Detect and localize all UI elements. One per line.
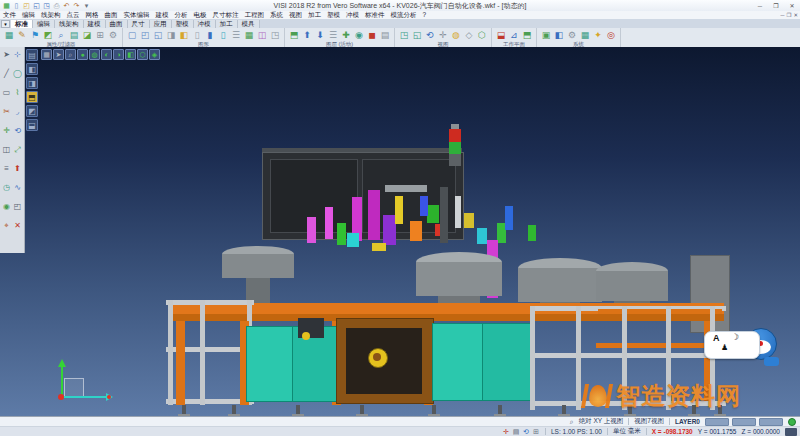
scale-tool-icon[interactable]: ⤢ <box>12 144 23 155</box>
menu-item[interactable]: 加工 <box>305 11 324 19</box>
menu-item[interactable]: 线架构 <box>38 11 64 19</box>
grid-toggle-icon[interactable]: ▤ <box>512 428 520 436</box>
layer-up-icon[interactable]: ⬆ <box>301 29 313 41</box>
zoom-fit-icon[interactable]: ⌕ <box>65 49 76 60</box>
menu-item[interactable]: 尺寸标注 <box>210 11 242 19</box>
selection-mask-icon[interactable]: ◪ <box>81 29 93 41</box>
mdi-restore-button[interactable]: ❐ <box>786 12 791 18</box>
open-graphic-icon[interactable]: ◰ <box>139 29 151 41</box>
ribbon-tab[interactable]: 建模 <box>84 20 106 28</box>
attributes-icon[interactable]: ▦ <box>3 29 15 41</box>
save-file-icon[interactable]: ◱ <box>32 1 41 10</box>
app-logo-icon[interactable]: ▦ <box>2 1 11 10</box>
point-tool-icon[interactable]: ⊹ <box>12 49 23 60</box>
tab-dropdown-button[interactable]: ▾ <box>1 20 10 28</box>
delete-tool-icon[interactable]: ✕ <box>12 220 23 231</box>
layer-new-icon[interactable]: ⬒ <box>288 29 300 41</box>
menu-item[interactable]: 网格 <box>83 11 102 19</box>
minimize-button[interactable]: ─ <box>752 1 768 11</box>
filter-settings-icon[interactable]: ⚙ <box>107 29 119 41</box>
layer-visible-icon[interactable]: ◉ <box>353 29 365 41</box>
workplane-set-icon[interactable]: ⊿ <box>508 29 520 41</box>
maximize-button[interactable]: ❐ <box>768 1 784 11</box>
zoom-window-icon[interactable]: ◱ <box>411 29 423 41</box>
doc-cyan-icon[interactable]: ▯ <box>217 29 229 41</box>
ribbon-tab[interactable]: 编辑 <box>33 20 55 28</box>
menu-item[interactable]: 模流分析 <box>388 11 420 19</box>
undo-icon[interactable]: ↶ <box>62 1 71 10</box>
system-calc-icon[interactable]: ▦ <box>579 29 591 41</box>
perspective-icon[interactable]: ◈ <box>149 49 160 60</box>
offset-tool-icon[interactable]: ≡ <box>1 163 12 174</box>
menu-item[interactable]: 工程图 <box>242 11 268 19</box>
menu-item[interactable]: 文件 <box>0 11 19 19</box>
ribbon-tab[interactable]: 模具 <box>238 20 260 28</box>
revolve-tool-icon[interactable]: ◷ <box>1 182 12 193</box>
circle-tool-icon[interactable]: ◯ <box>12 68 23 79</box>
hidden-line-icon[interactable]: ◐ <box>101 49 112 60</box>
paste-graphic-icon[interactable]: ◧ <box>178 29 190 41</box>
menu-item[interactable]: 曲面 <box>102 11 121 19</box>
layer-filter-icon[interactable]: ▤ <box>68 29 80 41</box>
wireframe-mode-icon[interactable]: ◍ <box>89 49 100 60</box>
sweep-tool-icon[interactable]: ∿ <box>12 182 23 193</box>
view-back-icon[interactable]: ◩ <box>26 105 38 117</box>
line-tool-icon[interactable]: ╱ <box>1 68 12 79</box>
workplane-xy-icon[interactable]: ⬓ <box>495 29 507 41</box>
nav-cube-icon[interactable]: ▤ <box>26 49 38 61</box>
menu-item[interactable]: 标准件 <box>362 11 388 19</box>
save-all-icon[interactable]: ◳ <box>42 1 51 10</box>
copy-graphic-icon[interactable]: ◨ <box>165 29 177 41</box>
select-tool-icon[interactable]: ➤ <box>1 49 12 60</box>
mdi-minimize-button[interactable]: ─ <box>781 12 785 18</box>
status-end-button[interactable] <box>785 428 797 436</box>
grid-filter-icon[interactable]: ⊞ <box>94 29 106 41</box>
rotate-center-icon[interactable]: ⟲ <box>522 428 530 436</box>
crosshair-icon[interactable]: ⊞ <box>532 428 540 436</box>
workplane-indicator[interactable]: 绝对 XY 上视图 <box>579 417 624 426</box>
menu-item[interactable]: 实体编辑 <box>121 11 153 19</box>
ribbon-tab[interactable]: 曲面 <box>106 20 128 28</box>
shaded-mode-icon[interactable]: ● <box>77 49 88 60</box>
zoom-all-icon[interactable]: ◳ <box>398 29 410 41</box>
system-settings-icon[interactable]: ⚙ <box>566 29 578 41</box>
blank-doc-icon[interactable]: ▯ <box>191 29 203 41</box>
move-tool-icon[interactable]: ✛ <box>1 125 12 136</box>
flag-filter-icon[interactable]: ⚑ <box>29 29 41 41</box>
menu-item[interactable]: 冲模 <box>343 11 362 19</box>
fillet-tool-icon[interactable]: ◞ <box>12 106 23 117</box>
qat-dropdown-icon[interactable]: ▾ <box>82 1 91 10</box>
layer-lock-icon[interactable]: ◼ <box>366 29 378 41</box>
ribbon-tab[interactable]: 加工 <box>216 20 238 28</box>
print-icon[interactable]: ⎙ <box>52 1 61 10</box>
menu-item[interactable]: 电极 <box>191 11 210 19</box>
extrude-tool-icon[interactable]: ⬆ <box>12 163 23 174</box>
ribbon-tab[interactable]: 塑模 <box>172 20 194 28</box>
menu-item[interactable]: 塑模 <box>324 11 343 19</box>
view-side-icon[interactable]: ◨ <box>26 77 38 89</box>
menu-item[interactable]: 系统 <box>267 11 286 19</box>
shell-tool-icon[interactable]: ◰ <box>12 201 23 212</box>
search-filter-icon[interactable]: ⌕ <box>55 29 67 41</box>
workplane-view-icon[interactable]: ⬒ <box>521 29 533 41</box>
trim-tool-icon[interactable]: ✂ <box>1 106 12 117</box>
ghost-mode-icon[interactable]: ◑ <box>113 49 124 60</box>
status-quick-button-1[interactable] <box>705 418 729 426</box>
menu-item[interactable]: 建模 <box>153 11 172 19</box>
open-file-icon[interactable]: ◰ <box>22 1 31 10</box>
select-mode-icon[interactable]: ➤ <box>53 49 64 60</box>
doc-list-icon[interactable]: ☰ <box>230 29 242 41</box>
wireframe-icon[interactable]: ◇ <box>463 29 475 41</box>
section-view-icon[interactable]: ◧ <box>125 49 136 60</box>
layer-list-icon[interactable]: ☰ <box>327 29 339 41</box>
iso-view-icon[interactable]: ⬡ <box>476 29 488 41</box>
system-star-icon[interactable]: ✦ <box>592 29 604 41</box>
doc-image-icon[interactable]: ◫ <box>256 29 268 41</box>
tracking-icon[interactable]: ✛ <box>502 428 510 436</box>
ribbon-tab[interactable]: 线架构 <box>55 20 84 28</box>
system-grid-icon[interactable]: ▣ <box>540 29 552 41</box>
status-quick-button-3[interactable] <box>759 418 783 426</box>
dynamic-view-icon[interactable]: ▦ <box>41 49 52 60</box>
view-indicator[interactable]: 视图7视图 <box>634 417 664 426</box>
view-front-icon[interactable]: ◧ <box>26 63 38 75</box>
